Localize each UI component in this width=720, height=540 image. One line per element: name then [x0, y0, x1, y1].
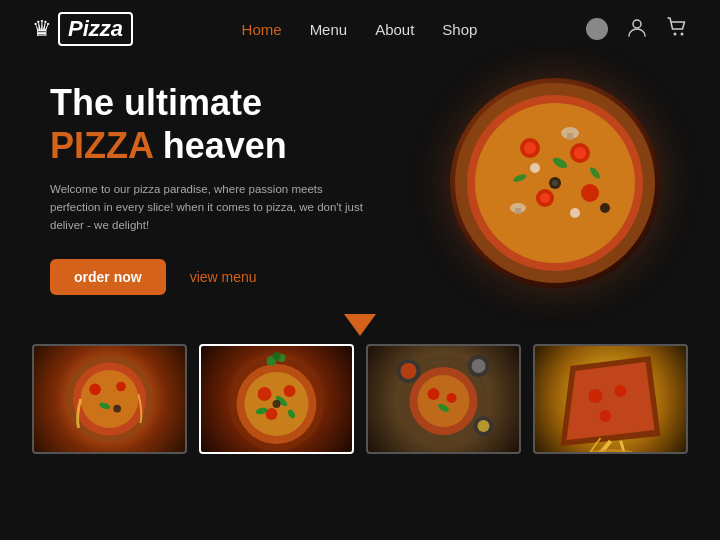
- svg-point-51: [472, 359, 486, 373]
- pizza-circle: [450, 78, 660, 288]
- gallery-item-1[interactable]: [32, 344, 187, 454]
- svg-point-7: [524, 142, 536, 154]
- svg-point-28: [89, 384, 101, 396]
- svg-point-41: [273, 400, 281, 408]
- svg-point-22: [600, 203, 610, 213]
- svg-point-11: [540, 193, 550, 203]
- svg-point-9: [574, 147, 586, 159]
- svg-rect-17: [567, 133, 573, 140]
- svg-point-0: [633, 20, 641, 28]
- hero-text: The ultimate PIZZA heaven Welcome to our…: [50, 81, 370, 295]
- nav-shop[interactable]: Shop: [442, 21, 477, 38]
- svg-point-2: [680, 32, 683, 35]
- svg-point-24: [570, 208, 580, 218]
- header: ♛ Pizza Home Menu About Shop: [0, 0, 720, 58]
- down-arrow-icon: [344, 314, 376, 336]
- svg-point-29: [116, 382, 126, 392]
- hero-section: The ultimate PIZZA heaven Welcome to our…: [0, 58, 720, 308]
- svg-point-12: [581, 184, 599, 202]
- svg-point-61: [600, 410, 612, 422]
- pizza-highlight: PIZZA: [50, 125, 153, 166]
- gallery-item-2[interactable]: [199, 344, 354, 454]
- svg-point-59: [589, 389, 603, 403]
- svg-point-36: [284, 385, 296, 397]
- hero-title-line2: PIZZA heaven: [50, 124, 370, 167]
- nav-about[interactable]: About: [375, 21, 414, 38]
- crown-icon: ♛: [32, 18, 52, 40]
- svg-point-47: [418, 375, 470, 427]
- header-icons: [586, 16, 688, 43]
- nav-menu[interactable]: Menu: [310, 21, 348, 38]
- gallery-item-4[interactable]: [533, 344, 688, 454]
- svg-point-35: [258, 387, 272, 401]
- svg-point-55: [447, 393, 457, 403]
- svg-point-1: [673, 32, 676, 35]
- hero-buttons: order now view menu: [50, 259, 370, 295]
- hero-description: Welcome to our pizza paradise, where pas…: [50, 180, 370, 235]
- svg-point-27: [81, 370, 139, 428]
- svg-point-54: [428, 388, 440, 400]
- svg-point-31: [113, 405, 121, 413]
- gallery-section: [0, 344, 720, 454]
- svg-point-44: [273, 352, 281, 360]
- hero-pizza-image: [450, 78, 670, 298]
- gallery-item-3[interactable]: [366, 344, 521, 454]
- heaven-text: heaven: [163, 125, 287, 166]
- scroll-indicator: [0, 314, 720, 336]
- svg-point-60: [615, 385, 627, 397]
- svg-point-49: [401, 363, 417, 379]
- svg-point-23: [530, 163, 540, 173]
- order-now-button[interactable]: order now: [50, 259, 166, 295]
- logo: ♛ Pizza: [32, 12, 133, 46]
- nav-home[interactable]: Home: [242, 21, 282, 38]
- svg-marker-58: [567, 362, 655, 440]
- svg-rect-19: [515, 208, 521, 214]
- svg-point-53: [478, 420, 490, 432]
- navigation: Home Menu About Shop: [242, 21, 478, 38]
- logo-text: Pizza: [58, 12, 133, 46]
- cart-icon[interactable]: [666, 16, 688, 43]
- user-icon[interactable]: [626, 16, 648, 43]
- svg-point-21: [552, 180, 558, 186]
- chat-icon[interactable]: [586, 18, 608, 40]
- hero-title-line1: The ultimate: [50, 81, 370, 124]
- view-menu-button[interactable]: view menu: [190, 269, 257, 285]
